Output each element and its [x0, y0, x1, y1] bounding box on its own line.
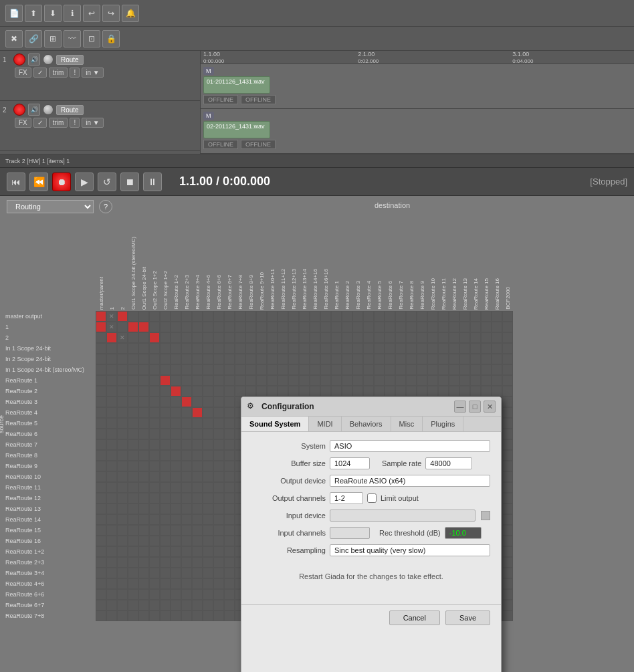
matrix-cell[interactable] — [502, 557, 513, 568]
matrix-cell[interactable] — [138, 578, 149, 589]
matrix-cell[interactable] — [203, 418, 213, 429]
matrix-cell[interactable] — [481, 311, 492, 322]
matrix-cell[interactable] — [502, 514, 513, 525]
matrix-cell[interactable] — [213, 493, 224, 503]
audio-clip[interactable]: 01-201126_1431.wav — [203, 76, 270, 94]
matrix-cell[interactable] — [492, 364, 502, 375]
matrix-cell[interactable] — [224, 578, 235, 589]
matrix-cell[interactable] — [363, 364, 374, 375]
matrix-cell[interactable] — [160, 450, 171, 461]
matrix-cell[interactable] — [310, 343, 320, 354]
matrix-cell[interactable] — [267, 354, 278, 364]
matrix-cell[interactable] — [245, 311, 256, 322]
matrix-cell[interactable] — [171, 322, 181, 332]
matrix-cell[interactable] — [427, 322, 438, 332]
matrix-cell[interactable] — [235, 375, 245, 386]
matrix-cell[interactable] — [352, 343, 363, 354]
rewind-start-button[interactable]: ⏮ — [7, 173, 25, 191]
matrix-cell[interactable] — [96, 471, 106, 482]
sample-rate-input[interactable] — [425, 457, 472, 469]
matrix-cell[interactable] — [502, 429, 513, 439]
matrix-cell[interactable] — [385, 311, 395, 322]
matrix-cell[interactable] — [278, 386, 288, 397]
matrix-cell[interactable] — [417, 386, 427, 397]
matrix-cell[interactable] — [181, 450, 192, 461]
matrix-cell[interactable] — [106, 503, 117, 514]
matrix-cell[interactable] — [502, 386, 513, 397]
matrix-cell[interactable] — [256, 354, 267, 364]
matrix-cell[interactable] — [288, 332, 299, 343]
matrix-cell[interactable] — [481, 386, 492, 397]
matrix-cell[interactable] — [96, 536, 106, 546]
matrix-cell[interactable] — [96, 364, 106, 375]
matrix-cell[interactable] — [203, 354, 213, 364]
matrix-cell[interactable] — [213, 536, 224, 546]
fx-button[interactable]: FX — [15, 68, 31, 78]
matrix-cell[interactable] — [235, 354, 245, 364]
matrix-cell[interactable] — [171, 493, 181, 503]
matrix-cell[interactable] — [106, 578, 117, 589]
matrix-cell[interactable] — [395, 354, 406, 364]
matrix-cell[interactable] — [213, 322, 224, 332]
matrix-cell[interactable] — [171, 407, 181, 418]
matrix-cell[interactable] — [213, 525, 224, 536]
save-button[interactable]: Save — [445, 610, 490, 625]
matrix-cell[interactable] — [203, 514, 213, 525]
matrix-cell[interactable] — [470, 354, 481, 364]
matrix-cell[interactable] — [138, 450, 149, 461]
volume-knob[interactable] — [43, 54, 54, 65]
matrix-cell[interactable] — [502, 311, 513, 322]
rewind-button[interactable]: ⏪ — [29, 173, 48, 191]
matrix-cell[interactable] — [288, 364, 299, 375]
matrix-cell[interactable] — [96, 525, 106, 536]
matrix-cell[interactable] — [224, 525, 235, 536]
matrix-cell[interactable] — [502, 546, 513, 557]
matrix-cell[interactable] — [138, 364, 149, 375]
matrix-cell[interactable] — [138, 439, 149, 450]
matrix-cell[interactable] — [96, 514, 106, 525]
matrix-cell[interactable] — [278, 364, 288, 375]
matrix-cell[interactable] — [363, 375, 374, 386]
matrix-cell[interactable] — [181, 332, 192, 343]
envelope-button[interactable]: 〰 — [64, 30, 81, 47]
matrix-cell[interactable] — [385, 386, 395, 397]
matrix-cell[interactable] — [160, 610, 171, 621]
tab-midi[interactable]: MIDI — [309, 417, 341, 431]
matrix-cell[interactable] — [310, 322, 320, 332]
tab-misc[interactable]: Misc — [391, 417, 423, 431]
matrix-cell[interactable] — [106, 407, 117, 418]
matrix-cell[interactable] — [192, 311, 203, 322]
matrix-cell[interactable] — [278, 332, 288, 343]
matrix-cell[interactable] — [406, 311, 417, 322]
minimize-button[interactable]: — — [454, 401, 466, 413]
matrix-cell[interactable] — [128, 364, 138, 375]
matrix-cell[interactable] — [417, 311, 427, 322]
matrix-cell[interactable] — [117, 461, 128, 471]
matrix-cell[interactable] — [192, 525, 203, 536]
matrix-cell[interactable] — [267, 375, 278, 386]
matrix-cell[interactable] — [128, 578, 138, 589]
matrix-cell[interactable] — [492, 311, 502, 322]
matrix-cell[interactable] — [203, 578, 213, 589]
matrix-cell[interactable]: ✕ — [106, 311, 117, 322]
limit-output-checkbox[interactable] — [367, 493, 377, 503]
matrix-cell[interactable] — [417, 364, 427, 375]
matrix-cell[interactable] — [406, 332, 417, 343]
monitor-button[interactable]: ! — [70, 68, 80, 78]
matrix-cell[interactable] — [128, 418, 138, 429]
matrix-cell[interactable] — [138, 610, 149, 621]
matrix-cell[interactable] — [245, 386, 256, 397]
matrix-cell[interactable] — [213, 471, 224, 482]
matrix-cell[interactable] — [481, 364, 492, 375]
matrix-cell[interactable] — [224, 429, 235, 439]
matrix-cell[interactable] — [203, 557, 213, 568]
matrix-cell[interactable] — [459, 332, 470, 343]
matrix-cell[interactable] — [96, 439, 106, 450]
monitor-button[interactable]: ! — [70, 118, 80, 128]
matrix-cell[interactable] — [181, 375, 192, 386]
matrix-cell[interactable] — [299, 364, 310, 375]
matrix-cell[interactable] — [224, 450, 235, 461]
matrix-cell[interactable] — [192, 429, 203, 439]
matrix-cell[interactable] — [395, 322, 406, 332]
matrix-cell[interactable] — [374, 311, 385, 322]
